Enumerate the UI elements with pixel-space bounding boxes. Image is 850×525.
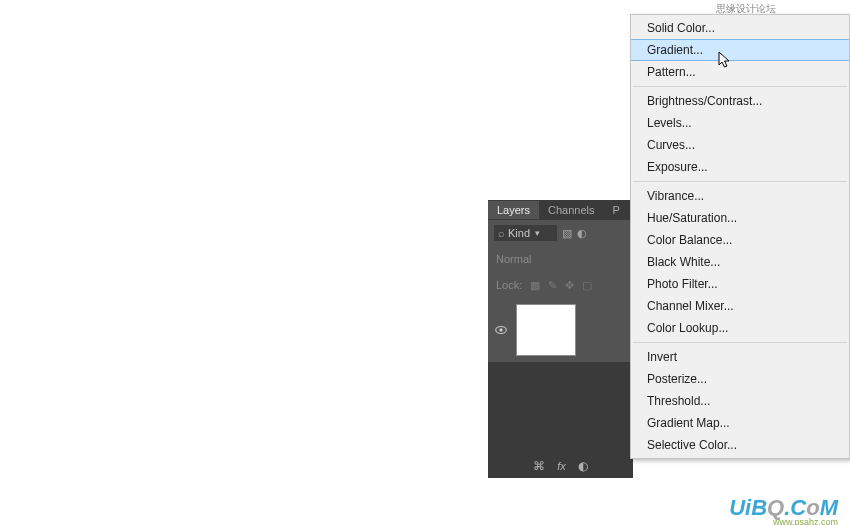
tab-paths[interactable]: P xyxy=(604,201,629,219)
lock-position-icon[interactable]: ✥ xyxy=(565,279,574,292)
menu-item-posterize[interactable]: Posterize... xyxy=(631,368,849,390)
menu-item-black-white[interactable]: Black White... xyxy=(631,251,849,273)
lock-row: Lock: ▩ ✎ ✥ ▢ xyxy=(488,272,633,298)
tab-row: Layers Channels P xyxy=(488,200,633,220)
tab-channels[interactable]: Channels xyxy=(539,201,603,219)
menu-separator xyxy=(633,86,847,87)
layers-body xyxy=(488,298,633,454)
menu-item-vibrance[interactable]: Vibrance... xyxy=(631,185,849,207)
lock-brush-icon[interactable]: ✎ xyxy=(548,279,557,292)
menu-item-color-lookup[interactable]: Color Lookup... xyxy=(631,317,849,339)
tab-layers[interactable]: Layers xyxy=(488,201,539,219)
chevron-down-icon: ▾ xyxy=(535,228,540,238)
layer-bottom-toolbar: ⌘ fx ◐ xyxy=(488,454,633,478)
eye-icon[interactable] xyxy=(494,323,508,337)
menu-item-gradient-map[interactable]: Gradient Map... xyxy=(631,412,849,434)
layers-panel: Layers Channels P ⌕ Kind ▾ ▧ ◐ Normal Lo… xyxy=(488,200,633,478)
kind-label: Kind xyxy=(508,227,530,239)
filter-pixel-icon[interactable]: ▧ xyxy=(562,227,572,240)
menu-item-color-balance[interactable]: Color Balance... xyxy=(631,229,849,251)
menu-item-pattern[interactable]: Pattern... xyxy=(631,61,849,83)
menu-item-levels[interactable]: Levels... xyxy=(631,112,849,134)
search-icon: ⌕ xyxy=(498,227,505,239)
adjustment-layer-menu: Solid Color...Gradient...Pattern...Brigh… xyxy=(630,14,850,459)
watermark-bottom-sub: www.psahz.com xyxy=(773,517,838,525)
filter-adjust-icon[interactable]: ◐ xyxy=(577,227,587,240)
menu-item-exposure[interactable]: Exposure... xyxy=(631,156,849,178)
menu-item-brightness-contrast[interactable]: Brightness/Contrast... xyxy=(631,90,849,112)
menu-separator xyxy=(633,181,847,182)
layer-thumbnail[interactable] xyxy=(516,304,576,356)
lock-artboard-icon[interactable]: ▢ xyxy=(582,279,592,292)
menu-item-gradient[interactable]: Gradient... xyxy=(631,39,849,61)
link-icon[interactable]: ⌘ xyxy=(533,459,545,473)
menu-item-solid-color[interactable]: Solid Color... xyxy=(631,17,849,39)
lock-transparency-icon[interactable]: ▩ xyxy=(530,279,540,292)
menu-item-selective-color[interactable]: Selective Color... xyxy=(631,434,849,456)
menu-item-channel-mixer[interactable]: Channel Mixer... xyxy=(631,295,849,317)
menu-item-invert[interactable]: Invert xyxy=(631,346,849,368)
lock-label: Lock: xyxy=(496,279,522,291)
svg-point-1 xyxy=(499,328,503,332)
blend-mode-row[interactable]: Normal xyxy=(488,246,633,272)
menu-item-photo-filter[interactable]: Photo Filter... xyxy=(631,273,849,295)
menu-item-hue-saturation[interactable]: Hue/Saturation... xyxy=(631,207,849,229)
layer-row[interactable] xyxy=(488,298,633,362)
menu-item-curves[interactable]: Curves... xyxy=(631,134,849,156)
menu-item-threshold[interactable]: Threshold... xyxy=(631,390,849,412)
mask-icon[interactable]: ◐ xyxy=(578,459,588,473)
kind-filter[interactable]: ⌕ Kind ▾ xyxy=(494,225,557,241)
blend-mode-label: Normal xyxy=(496,253,531,265)
fx-icon[interactable]: fx xyxy=(557,460,566,472)
filter-row: ⌕ Kind ▾ ▧ ◐ xyxy=(488,220,633,246)
menu-separator xyxy=(633,342,847,343)
